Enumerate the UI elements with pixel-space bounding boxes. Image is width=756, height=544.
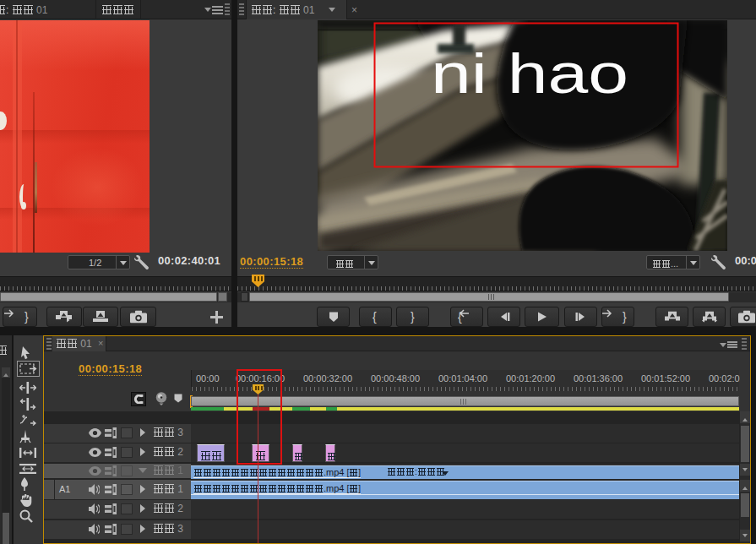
svg-text:ni hao: ni hao — [431, 42, 628, 105]
